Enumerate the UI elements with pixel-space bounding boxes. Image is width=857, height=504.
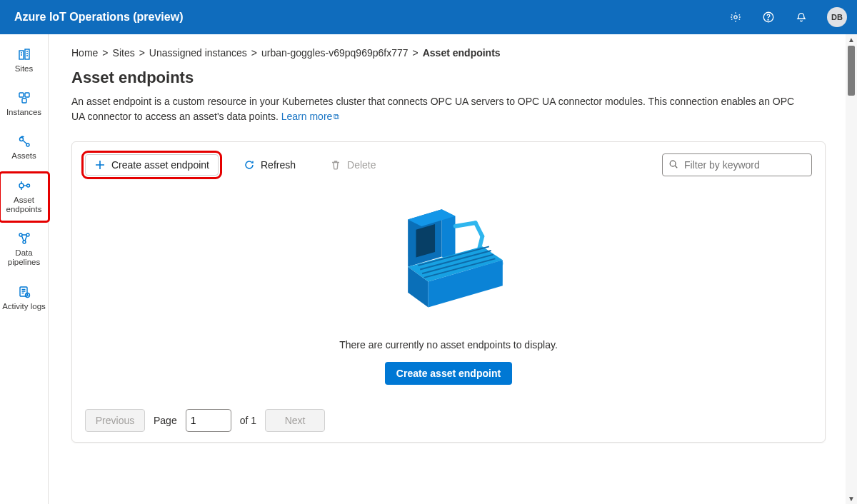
page-count: 1 — [251, 415, 256, 426]
activity-logs-icon — [17, 285, 31, 299]
page-description: An asset endpoint is a custom resource i… — [71, 94, 807, 124]
vertical-scrollbar[interactable]: ▲ ▼ — [846, 34, 857, 504]
learn-more-label: Learn more — [281, 111, 333, 122]
data-pipelines-icon — [17, 231, 31, 246]
svg-point-17 — [670, 161, 676, 166]
toolbar: Create asset endpoint Refresh — [85, 151, 812, 182]
shell: Sites Instances Assets — [0, 34, 857, 504]
instances-icon — [17, 91, 31, 105]
svg-rect-5 — [19, 93, 24, 97]
sidebar-item-instances[interactable]: Instances — [0, 85, 49, 124]
svg-rect-4 — [25, 49, 29, 59]
asset-endpoints-icon — [17, 178, 31, 193]
learn-more-link[interactable]: Learn more⧉ — [281, 111, 340, 122]
svg-rect-7 — [22, 99, 26, 103]
svg-point-10 — [19, 183, 24, 188]
breadcrumb-separator: > — [413, 47, 419, 59]
empty-state-illustration — [381, 199, 516, 328]
trash-icon — [330, 159, 341, 171]
plus-icon — [94, 159, 106, 171]
page-description-text: An asset endpoint is a custom resource i… — [71, 96, 794, 122]
avatar[interactable]: DB — [827, 7, 847, 27]
sidebar-item-label: Asset endpoints — [1, 196, 47, 214]
app-header: Azure IoT Operations (preview) DB — [0, 0, 857, 34]
sidebar-item-activity-logs[interactable]: Activity logs — [0, 279, 49, 318]
page-label: Page — [154, 415, 177, 426]
breadcrumb-item[interactable]: Unassigned instances — [149, 47, 247, 59]
create-button-label: Create asset endpoint — [111, 159, 209, 171]
refresh-button[interactable]: Refresh — [234, 154, 305, 176]
content-card: Create asset endpoint Refresh — [71, 141, 826, 443]
assets-icon — [17, 134, 31, 148]
svg-point-2 — [768, 19, 768, 20]
refresh-button-label: Refresh — [261, 159, 296, 171]
sidebar-item-label: Data pipelines — [1, 248, 47, 267]
sidebar-item-label: Instances — [6, 108, 41, 117]
sites-icon — [17, 47, 31, 61]
svg-point-13 — [26, 233, 29, 236]
sidebar-item-label: Activity logs — [2, 302, 46, 311]
svg-point-0 — [734, 16, 737, 19]
sidebar-item-data-pipelines[interactable]: Data pipelines — [0, 226, 49, 274]
empty-state: There are currently no asset endpoints t… — [85, 182, 812, 403]
sidebar-item-sites[interactable]: Sites — [0, 41, 49, 81]
delete-button: Delete — [321, 154, 385, 176]
pager: Previous Page of 1 Next — [85, 409, 812, 432]
next-page-button: Next — [265, 409, 325, 432]
search-input[interactable] — [683, 158, 806, 171]
sidebar-item-label: Sites — [15, 64, 34, 74]
app-title: Azure IoT Operations (preview) — [14, 11, 183, 24]
breadcrumb-item[interactable]: Sites — [113, 47, 135, 59]
breadcrumb: Home > Sites > Unassigned instances > ur… — [71, 47, 826, 59]
svg-point-9 — [26, 143, 29, 146]
page-of-label: of 1 — [240, 415, 256, 426]
svg-point-11 — [26, 184, 29, 187]
svg-point-12 — [19, 233, 22, 236]
sidebar-item-label: Assets — [11, 151, 36, 161]
previous-page-button: Previous — [85, 409, 145, 432]
empty-state-message: There are currently no asset endpoints t… — [339, 339, 558, 351]
sidebar-item-assets[interactable]: Assets — [0, 128, 49, 168]
scroll-down-arrow[interactable]: ▼ — [848, 495, 855, 503]
create-asset-endpoint-button[interactable]: Create asset endpoint — [85, 154, 219, 176]
left-nav: Sites Instances Assets — [0, 34, 49, 504]
breadcrumb-item[interactable]: urban-goggles-v69pq969p6fx777 — [261, 47, 409, 59]
scroll-thumb[interactable] — [848, 46, 855, 96]
page-number-input[interactable] — [186, 409, 231, 432]
svg-point-14 — [23, 241, 26, 243]
settings-icon[interactable] — [723, 4, 748, 30]
breadcrumb-separator: > — [251, 47, 257, 59]
main-wrap: Home > Sites > Unassigned instances > ur… — [49, 34, 857, 504]
header-actions: DB — [723, 4, 847, 30]
of-text: of — [240, 415, 249, 426]
svg-rect-6 — [25, 93, 29, 97]
search-icon — [668, 159, 678, 171]
help-icon[interactable] — [756, 4, 781, 30]
breadcrumb-item[interactable]: Home — [71, 47, 98, 59]
sidebar-item-asset-endpoints[interactable]: Asset endpoints — [0, 173, 49, 221]
main: Home > Sites > Unassigned instances > ur… — [49, 34, 846, 504]
delete-button-label: Delete — [347, 159, 376, 171]
external-link-icon: ⧉ — [334, 112, 339, 121]
breadcrumb-current: Asset endpoints — [423, 47, 501, 59]
scroll-up-arrow[interactable]: ▲ — [848, 36, 855, 44]
empty-state-create-button[interactable]: Create asset endpoint — [385, 362, 512, 385]
svg-point-8 — [19, 138, 23, 141]
search-box[interactable] — [662, 153, 812, 176]
refresh-icon — [244, 159, 255, 171]
page-title: Asset endpoints — [71, 69, 826, 87]
notifications-icon[interactable] — [788, 4, 814, 30]
breadcrumb-separator: > — [102, 47, 108, 59]
svg-marker-21 — [416, 224, 436, 257]
breadcrumb-separator: > — [139, 47, 145, 59]
